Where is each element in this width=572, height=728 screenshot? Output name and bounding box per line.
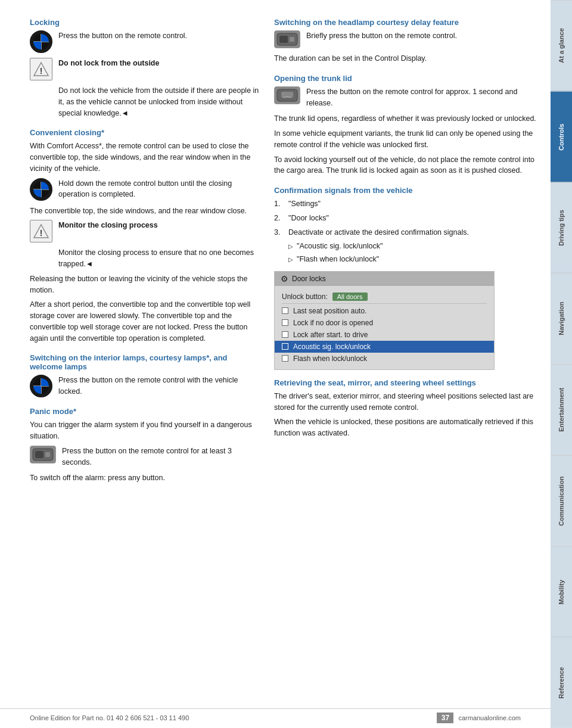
list-item: 1. "Settings"	[274, 198, 539, 210]
seat-p1: The driver's seat, exterior mirror, and …	[274, 391, 539, 413]
page-footer: Online Edition for Part no. 01 40 2 606 …	[0, 708, 551, 723]
svg-rect-15	[45, 452, 50, 457]
svg-rect-18	[290, 37, 294, 42]
monitor-title: Monitor the closing process	[58, 220, 262, 231]
switching-interior-header: Switching on the interior lamps, courtes…	[30, 353, 262, 371]
locking-icon-row: Press the button on the remote control.	[30, 30, 262, 53]
warning-title: Do not lock from the outside	[58, 58, 262, 69]
locking-header: Locking	[30, 18, 262, 27]
headlamp-icon-text: Briefly press the button on the remote c…	[306, 30, 539, 42]
panic-remote-icon	[30, 446, 56, 463]
page-number: 37	[437, 713, 453, 723]
confirmation-header: Confirmation signals from the vehicle	[274, 186, 539, 195]
bmw-remote-icon-3	[30, 375, 52, 397]
sidebar-tabs: At a glance Controls Driving tips Naviga…	[551, 0, 572, 728]
last-seat-checkbox	[282, 307, 288, 314]
unlock-value-pill: All doors	[332, 293, 368, 301]
svg-rect-14	[35, 451, 43, 458]
flash-checkbox	[282, 355, 288, 362]
footer-text: Online Edition for Part no. 01 40 2 606 …	[30, 714, 189, 721]
seat-header: Retrieving the seat, mirror, and steerin…	[274, 378, 539, 387]
after-short-text: After a short period, the convertible to…	[30, 299, 262, 344]
trunk-header: Opening the trunk lid	[274, 74, 539, 83]
sidebar-tab-reference[interactable]: Reference	[551, 637, 572, 728]
sidebar-tab-controls[interactable]: Controls	[551, 91, 572, 182]
headlamp-p1: The duration can be set in the Control D…	[274, 53, 539, 64]
main-content: Locking Press the button on the remote c…	[0, 0, 551, 728]
trunk-icon-row: Press the button on the remote control f…	[274, 86, 539, 109]
convenient-closing-p2: The convertible top, the side windows, a…	[30, 206, 262, 217]
panic-header: Panic mode*	[30, 407, 262, 416]
panic-p2: To switch off the alarm: press any butto…	[30, 472, 262, 484]
warning-text: Do not lock the vehicle from the outside…	[58, 85, 262, 119]
panic-icon-row: Press the button on the remote control f…	[30, 446, 262, 468]
trunk-icon-text: Press the button on the remote control f…	[306, 86, 539, 109]
left-column: Locking Press the button on the remote c…	[30, 18, 262, 710]
confirmation-sublist: "Acoustic sig. lock/unlock" "Flash when …	[288, 241, 539, 265]
headlamp-icon-row: Briefly press the button on the remote c…	[274, 30, 539, 48]
screenshot-body: Unlock button: All doors Last seat posit…	[275, 286, 494, 369]
door-locks-screenshot: ⚙ Door locks Unlock button: All doors La…	[274, 271, 495, 370]
interior-icon-text: Press the button on the remote control w…	[58, 375, 262, 397]
convenient-closing-header: Convenient closing*	[30, 128, 262, 137]
sidebar-tab-driving-tips[interactable]: Driving tips	[551, 182, 572, 273]
svg-rect-17	[279, 36, 288, 43]
list-item: "Acoustic sig. lock/unlock"	[288, 241, 539, 252]
seat-p2: When the vehicle is unlocked, these posi…	[274, 416, 539, 439]
warning-icon-row: ! Do not lock from the outside	[30, 58, 262, 80]
trunk-p1: The trunk lid opens, regardless of wheth…	[274, 113, 539, 125]
gear-icon: ⚙	[281, 274, 288, 284]
lock-after-start-checkbox	[282, 331, 288, 338]
list-item: 3. Deactivate or activate the desired co…	[274, 227, 539, 238]
releasing-text: Releasing the button or leaving the vici…	[30, 273, 262, 296]
sidebar-tab-entertainment[interactable]: Entertainment	[551, 364, 572, 455]
headlamp-remote-icon	[274, 30, 300, 48]
monitor-text: Monitor the closing process to ensure th…	[58, 247, 262, 270]
convenient-closing-p1: With Comfort Access*, the remote control…	[30, 141, 262, 174]
sidebar-tab-at-a-glance[interactable]: At a glance	[551, 0, 572, 91]
headlamp-header: Switching on the headlamp courtesy delay…	[274, 18, 539, 27]
warning-triangle-icon-2: !	[30, 220, 52, 242]
bmw-remote-icon	[30, 30, 52, 53]
lock-after-start-row: Lock after start. to drive	[282, 329, 487, 341]
sidebar-tab-mobility[interactable]: Mobility	[551, 546, 572, 637]
list-item: 2. "Door locks"	[274, 213, 539, 224]
last-seat-row: Last seat position auto.	[282, 305, 487, 317]
screenshot-header: ⚙ Door locks	[275, 272, 494, 286]
sidebar-tab-communication[interactable]: Communication	[551, 455, 572, 546]
svg-text:!: !	[40, 66, 43, 76]
trunk-button-icon	[274, 86, 300, 104]
closing-icon-row: Hold down the remote control button unti…	[30, 178, 262, 201]
interior-icon-row: Press the button on the remote control w…	[30, 375, 262, 397]
warning-triangle-icon: !	[30, 58, 52, 80]
sidebar-tab-navigation[interactable]: Navigation	[551, 273, 572, 364]
acoustic-sig-row: Acoustic sig. lock/unlock	[275, 341, 494, 353]
right-column: Switching on the headlamp courtesy delay…	[274, 18, 539, 710]
svg-text:!: !	[40, 228, 43, 238]
monitor-icon-row: ! Monitor the closing process	[30, 220, 262, 242]
page-container: Locking Press the button on the remote c…	[0, 0, 572, 728]
lock-no-door-checkbox	[282, 319, 288, 326]
footer-site: carmanualonline.com	[458, 714, 521, 721]
closing-icon-text: Hold down the remote control button unti…	[58, 178, 262, 201]
locking-icon-text: Press the button on the remote control.	[58, 30, 262, 42]
confirmation-list: 1. "Settings" 2. "Door locks" 3. Deactiv…	[274, 198, 539, 238]
trunk-p2: In some vehicle equipment variants, the …	[274, 128, 539, 151]
bmw-remote-icon-2	[30, 178, 52, 201]
trunk-p3: To avoid locking yourself out of the veh…	[274, 154, 539, 177]
flash-row: Flash when lock/unlock	[282, 353, 487, 365]
lock-no-door-row: Lock if no door is opened	[282, 317, 487, 329]
panic-icon-text: Press the button on the remote control f…	[62, 446, 262, 468]
panic-p1: You can trigger the alarm system if you …	[30, 419, 262, 442]
unlock-button-row: Unlock button: All doors	[282, 291, 487, 304]
acoustic-sig-checkbox	[282, 343, 288, 350]
list-item: "Flash when lock/unlock"	[288, 254, 539, 265]
